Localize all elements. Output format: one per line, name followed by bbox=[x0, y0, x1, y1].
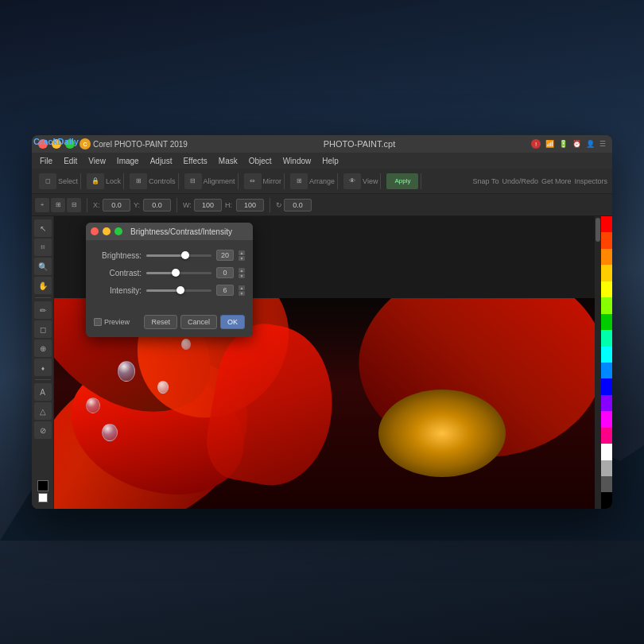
w-input[interactable] bbox=[194, 199, 222, 211]
reset-button[interactable]: Reset bbox=[144, 315, 177, 329]
palette-yellow-orange[interactable] bbox=[601, 265, 612, 281]
palette-light-gray[interactable] bbox=[601, 460, 612, 476]
window-title: PHOTO-PAINT.cpt bbox=[188, 139, 531, 149]
brightness-up-arrow[interactable]: ▲ bbox=[239, 250, 245, 255]
x-input[interactable] bbox=[103, 199, 130, 211]
cancel-button[interactable]: Cancel bbox=[180, 315, 217, 329]
pointer-tool[interactable]: ↖ bbox=[34, 219, 52, 237]
rotation-icon: ↻ bbox=[276, 201, 282, 209]
fill-tool[interactable]: ⬧ bbox=[34, 359, 52, 376]
pan-tool[interactable]: ✋ bbox=[34, 277, 52, 294]
palette-cyan-green[interactable] bbox=[601, 330, 612, 346]
shape-tool[interactable]: △ bbox=[34, 402, 52, 420]
menu-object[interactable]: Object bbox=[244, 155, 277, 167]
menu-effects[interactable]: Effects bbox=[178, 155, 211, 167]
battery-icon: 🔋 bbox=[559, 140, 568, 148]
wifi-icon: 📶 bbox=[545, 140, 554, 148]
h-input[interactable] bbox=[236, 199, 264, 211]
menu-image[interactable]: Image bbox=[112, 155, 144, 167]
grid-btn[interactable]: ⊞ bbox=[51, 198, 65, 212]
clone-tool[interactable]: ⊕ bbox=[34, 339, 52, 357]
brightness-value[interactable]: 20 bbox=[216, 250, 234, 261]
dialog-title: Brightness/Contrast/Intensity bbox=[126, 227, 236, 236]
toolbar-view-group: 👁 View bbox=[341, 173, 381, 189]
contrast-thumb[interactable] bbox=[172, 269, 180, 277]
inspectors-label: Inspectors bbox=[574, 177, 607, 185]
intensity-track[interactable] bbox=[146, 289, 211, 292]
palette-white[interactable] bbox=[601, 444, 612, 460]
zoom-tool[interactable]: 🔍 bbox=[34, 258, 52, 275]
apply-btn[interactable]: Apply bbox=[386, 173, 418, 189]
brightness-down-arrow[interactable]: ▼ bbox=[239, 256, 245, 261]
palette-orange[interactable] bbox=[601, 249, 612, 265]
palette-magenta[interactable] bbox=[601, 411, 612, 427]
background-color-swatch[interactable] bbox=[38, 493, 48, 502]
app-name-label: Corel PHOTO-PAINT 2019 bbox=[93, 140, 188, 149]
align-btn[interactable]: ⊟ bbox=[184, 173, 202, 189]
menu-icon: ☰ bbox=[599, 140, 606, 148]
menu-window[interactable]: Window bbox=[278, 155, 316, 167]
palette-orange-red[interactable] bbox=[601, 232, 612, 248]
text-tool[interactable]: A bbox=[34, 383, 52, 401]
palette-blue[interactable] bbox=[601, 378, 612, 394]
menu-mask[interactable]: Mask bbox=[214, 155, 242, 167]
dialog-minimize-btn[interactable] bbox=[103, 227, 111, 235]
y-input[interactable] bbox=[143, 199, 171, 211]
rotation-input[interactable] bbox=[284, 199, 312, 211]
crop-tool[interactable]: ⌗ bbox=[34, 239, 52, 256]
v-scrollbar-thumb[interactable] bbox=[596, 218, 600, 242]
lock-btn[interactable]: 🔒 bbox=[87, 173, 104, 189]
palette-green[interactable] bbox=[601, 314, 612, 330]
brightness-dialog: Brightness/Contrast/Intensity Brightness… bbox=[86, 223, 253, 337]
palette-yellow[interactable] bbox=[601, 281, 612, 297]
dialog-close-btn[interactable] bbox=[91, 227, 99, 235]
undo-label: Undo/Redo bbox=[502, 177, 538, 185]
menu-view[interactable]: View bbox=[83, 155, 111, 167]
palette-pink[interactable] bbox=[601, 428, 612, 444]
contrast-track[interactable] bbox=[146, 272, 211, 274]
menu-help[interactable]: Help bbox=[317, 155, 343, 167]
foreground-color-swatch[interactable] bbox=[37, 480, 48, 491]
select-tool-btn[interactable]: ◻ bbox=[39, 173, 56, 189]
v-scrollbar[interactable] bbox=[595, 216, 601, 509]
menu-adjust[interactable]: Adjust bbox=[145, 155, 177, 167]
contrast-up-arrow[interactable]: ▲ bbox=[239, 268, 245, 273]
brightness-thumb[interactable] bbox=[181, 251, 189, 259]
mirror-btn[interactable]: ⇔ bbox=[244, 173, 262, 189]
view-btn[interactable]: 👁 bbox=[343, 173, 361, 189]
palette-black[interactable] bbox=[601, 492, 612, 508]
palette-yellow-green[interactable] bbox=[601, 297, 612, 313]
contrast-down-arrow[interactable]: ▼ bbox=[239, 274, 245, 278]
toolbar-lock-group: 🔒 Lock bbox=[84, 173, 124, 189]
menu-file[interactable]: File bbox=[35, 155, 57, 167]
palette-dark-gray[interactable] bbox=[601, 476, 612, 492]
preview-checkbox[interactable] bbox=[94, 318, 102, 326]
eraser-tool[interactable]: ◻ bbox=[34, 320, 52, 338]
menu-edit[interactable]: Edit bbox=[59, 155, 82, 167]
intensity-down-arrow[interactable]: ▼ bbox=[239, 291, 245, 296]
intensity-thumb[interactable] bbox=[177, 286, 184, 294]
align-label: Alignment bbox=[204, 177, 235, 185]
brightness-track[interactable] bbox=[146, 254, 211, 257]
contrast-label: Contrast: bbox=[94, 269, 142, 277]
intensity-up-arrow[interactable]: ▲ bbox=[239, 285, 245, 290]
left-toolbar: ↖ ⌗ 🔍 ✋ ✏ ◻ ⊕ ⬧ A △ ⊘ bbox=[32, 216, 54, 509]
brush-tool[interactable]: ✏ bbox=[34, 301, 52, 319]
toolbar-align-group: ⊟ Alignment bbox=[182, 173, 239, 189]
crosshair-btn[interactable]: + bbox=[35, 198, 49, 212]
arrange-btn[interactable]: ⊞ bbox=[290, 173, 308, 189]
water-droplet-1 bbox=[118, 361, 135, 382]
palette-cyan[interactable] bbox=[601, 347, 612, 363]
controls-btn[interactable]: ⊞ bbox=[130, 173, 147, 189]
contrast-value[interactable]: 0 bbox=[216, 267, 234, 278]
palette-light-blue[interactable] bbox=[601, 363, 612, 378]
palette-purple[interactable] bbox=[601, 395, 612, 411]
water-droplet-2 bbox=[86, 398, 100, 413]
magnet-btn[interactable]: ⊟ bbox=[67, 198, 81, 212]
dialog-maximize-btn[interactable] bbox=[114, 227, 122, 235]
palette-red[interactable] bbox=[601, 216, 612, 232]
intensity-value[interactable]: 6 bbox=[216, 285, 234, 296]
apply-group: Apply bbox=[384, 173, 421, 189]
eyedropper-tool[interactable]: ⊘ bbox=[34, 421, 52, 439]
ok-button[interactable]: OK bbox=[220, 315, 245, 329]
